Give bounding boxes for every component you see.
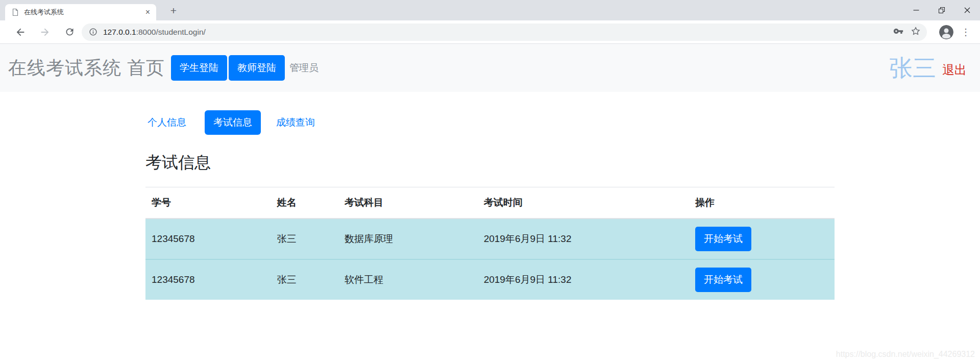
password-key-icon[interactable] — [893, 26, 903, 38]
page-icon — [11, 8, 19, 16]
back-icon[interactable] — [14, 26, 27, 38]
bookmark-star-icon[interactable] — [911, 26, 921, 38]
browser-menu-icon[interactable]: ⋮ — [960, 27, 972, 38]
reload-icon[interactable] — [63, 26, 76, 38]
site-info-icon[interactable] — [89, 28, 97, 36]
current-username: 张三 — [889, 55, 936, 81]
logout-link[interactable]: 退出 — [942, 62, 967, 78]
tab-score-query[interactable]: 成绩查询 — [268, 110, 323, 135]
cell-name: 张三 — [271, 219, 338, 259]
page-title: 考试信息 — [145, 152, 835, 174]
new-tab-button[interactable]: + — [166, 4, 181, 18]
table-row: 12345678 张三 软件工程 2019年6月9日 11:32 开始考试 — [145, 259, 835, 300]
site-brand: 在线考试系统 首页 — [8, 56, 165, 81]
window-restore-button[interactable] — [929, 0, 954, 20]
cell-student-id: 12345678 — [145, 259, 271, 300]
profile-avatar-icon[interactable] — [939, 25, 953, 39]
col-subject: 考试科目 — [338, 187, 478, 219]
col-action: 操作 — [689, 187, 835, 219]
table-header-row: 学号 姓名 考试科目 考试时间 操作 — [145, 187, 835, 219]
cell-name: 张三 — [271, 259, 338, 300]
address-bar[interactable]: 127.0.0.1:8000/studentLogin/ — [82, 23, 927, 41]
url-host: 127.0.0.1 — [103, 28, 136, 36]
teacher-login-button[interactable]: 教师登陆 — [229, 55, 285, 81]
forward-icon[interactable] — [39, 26, 51, 38]
start-exam-button[interactable]: 开始考试 — [695, 227, 751, 251]
page-content: 个人信息 考试信息 成绩查询 考试信息 学号 姓名 考试科目 考试时间 操作 1… — [0, 92, 980, 362]
table-row: 12345678 张三 数据库原理 2019年6月9日 11:32 开始考试 — [145, 219, 835, 259]
col-name: 姓名 — [271, 187, 338, 219]
cell-subject: 软件工程 — [338, 259, 478, 300]
col-time: 考试时间 — [478, 187, 689, 219]
cell-subject: 数据库原理 — [338, 219, 478, 259]
cell-student-id: 12345678 — [145, 219, 271, 259]
student-login-button[interactable]: 学生登陆 — [171, 55, 227, 81]
col-student-id: 学号 — [145, 187, 271, 219]
tab-personal-info[interactable]: 个人信息 — [145, 110, 194, 135]
cell-time: 2019年6月9日 11:32 — [478, 259, 689, 300]
csdn-watermark: https://blog.csdn.net/weixin_44269312 — [836, 350, 975, 359]
exam-table: 学号 姓名 考试科目 考试时间 操作 12345678 张三 数据库原理 201… — [145, 187, 835, 300]
site-header: 在线考试系统 首页 学生登陆 教师登陆 管理员 张三 退出 — [0, 44, 980, 92]
window-controls — [903, 0, 980, 20]
url-text[interactable]: 127.0.0.1:8000/studentLogin/ — [103, 28, 893, 37]
cell-time: 2019年6月9日 11:32 — [478, 219, 689, 259]
tab-title: 在线考试系统 — [24, 8, 143, 17]
tab-strip: 在线考试系统 × + — [0, 0, 980, 20]
tab-close-icon[interactable]: × — [143, 8, 152, 16]
student-tabs: 个人信息 考试信息 成绩查询 — [145, 92, 835, 135]
url-path: :8000/studentLogin/ — [136, 28, 206, 36]
window-minimize-button[interactable] — [903, 0, 929, 20]
window-close-button[interactable] — [954, 0, 980, 20]
browser-toolbar: 127.0.0.1:8000/studentLogin/ ⋮ — [0, 20, 980, 44]
start-exam-button[interactable]: 开始考试 — [695, 268, 751, 292]
admin-link[interactable]: 管理员 — [289, 61, 318, 75]
tab-exam-info[interactable]: 考试信息 — [205, 110, 261, 135]
browser-tab[interactable]: 在线考试系统 × — [5, 4, 156, 20]
